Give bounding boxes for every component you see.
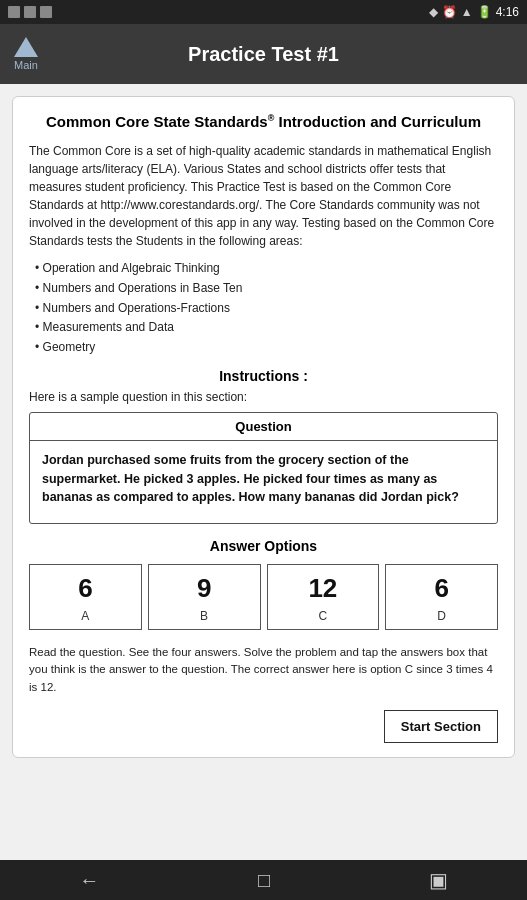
list-item: Geometry [35, 339, 498, 356]
answer-option-c[interactable]: 12 C [267, 564, 380, 630]
answer-grid: 6 A 9 B 12 C 6 D [29, 564, 498, 630]
start-section-row: Start Section [29, 710, 498, 743]
back-label: Main [14, 59, 38, 71]
icon-3 [40, 6, 52, 18]
page-title: Practice Test #1 [188, 43, 339, 66]
bluetooth-icon: ◆ [429, 5, 438, 19]
answer-option-a[interactable]: 6 A [29, 564, 142, 630]
topics-list: Operation and Algebraic Thinking Numbers… [29, 260, 498, 356]
instructions-heading: Instructions : [29, 368, 498, 384]
wifi-icon: ▲ [461, 5, 473, 19]
main-content: Common Core State Standards® Introductio… [0, 84, 527, 860]
footer-text: Read the question. See the four answers.… [29, 644, 498, 696]
content-heading: Common Core State Standards® Introductio… [29, 111, 498, 132]
answer-letter-d: D [437, 609, 446, 623]
time-display: 4:16 [496, 5, 519, 19]
answer-options-heading: Answer Options [29, 538, 498, 554]
answer-option-d[interactable]: 6 D [385, 564, 498, 630]
answer-letter-b: B [200, 609, 208, 623]
recents-nav-icon[interactable]: ▣ [429, 868, 448, 892]
list-item: Operation and Algebraic Thinking [35, 260, 498, 277]
bottom-nav: ← □ ▣ [0, 860, 527, 900]
answer-value-c: 12 [308, 575, 337, 601]
content-card: Common Core State Standards® Introductio… [12, 96, 515, 758]
status-right-icons: ◆ ⏰ ▲ 🔋 4:16 [429, 5, 519, 19]
header: Main Practice Test #1 [0, 24, 527, 84]
back-nav-icon[interactable]: ← [79, 869, 99, 892]
answer-letter-c: C [319, 609, 328, 623]
list-item: Measurements and Data [35, 319, 498, 336]
question-header: Question [30, 413, 497, 441]
alarm-icon: ⏰ [442, 5, 457, 19]
answer-value-d: 6 [434, 575, 448, 601]
home-nav-icon[interactable]: □ [258, 869, 270, 892]
status-bar: ◆ ⏰ ▲ 🔋 4:16 [0, 0, 527, 24]
back-button[interactable]: Main [14, 37, 38, 71]
answer-letter-a: A [81, 609, 89, 623]
answer-option-b[interactable]: 9 B [148, 564, 261, 630]
question-box: Question Jordan purchased some fruits fr… [29, 412, 498, 524]
battery-icon: 🔋 [477, 5, 492, 19]
list-item: Numbers and Operations-Fractions [35, 300, 498, 317]
list-item: Numbers and Operations in Base Ten [35, 280, 498, 297]
sample-label: Here is a sample question in this sectio… [29, 390, 498, 404]
intro-paragraph: The Common Core is a set of high-quality… [29, 142, 498, 250]
start-section-button[interactable]: Start Section [384, 710, 498, 743]
icon-2 [24, 6, 36, 18]
question-body: Jordan purchased some fruits from the gr… [30, 441, 497, 523]
answer-value-b: 9 [197, 575, 211, 601]
answer-value-a: 6 [78, 575, 92, 601]
status-left-icons [8, 6, 52, 18]
icon-1 [8, 6, 20, 18]
back-arrow-icon [14, 37, 38, 57]
